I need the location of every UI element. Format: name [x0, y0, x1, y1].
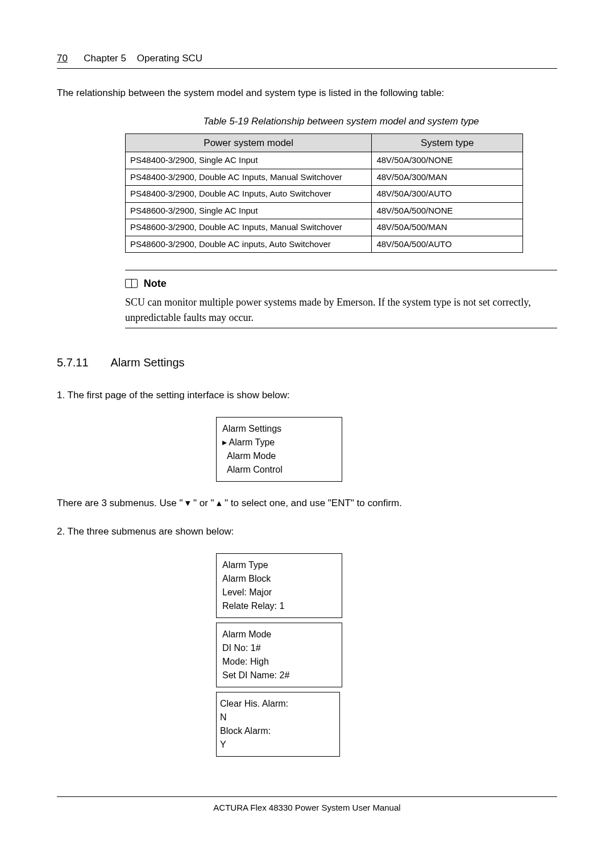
screen-line: Alarm Block [222, 572, 336, 586]
table-header-col2: System type [372, 133, 523, 152]
screen-line: Mode: High [222, 655, 336, 669]
step-2-text: 2. The three submenus are shown below: [57, 524, 557, 539]
table-row: PS48400-3/2900, Double AC Inputs, Manual… [126, 169, 523, 186]
screen-line: Y [220, 738, 334, 752]
screen-line: Block Alarm: [220, 724, 334, 738]
screen-line: Level: Major [222, 586, 336, 599]
page-footer: ACTURA Flex 48330 Power System User Manu… [57, 796, 557, 815]
step-1-text: 1. The first page of the setting interfa… [57, 388, 557, 403]
table-row: PS48600-3/2900, Single AC Input48V/50A/5… [126, 202, 523, 219]
screen-item: Alarm Control [222, 463, 336, 477]
book-icon [125, 279, 138, 288]
submenu-text: There are 3 submenus. Use " ▾ " or " ▴ "… [57, 496, 557, 511]
screen-line: Relate Relay: 1 [222, 599, 336, 613]
screen-title: Alarm Settings [222, 422, 336, 436]
screen-line: N [220, 711, 334, 724]
alarm-mode-screen: Alarm Mode DI No: 1# Mode: High Set DI N… [216, 623, 342, 687]
section-title: Alarm Settings [110, 356, 184, 369]
table-row: PS48400-3/2900, Double AC Inputs, Auto S… [126, 186, 523, 203]
table-header-col1: Power system model [126, 133, 372, 152]
note-label: Note [144, 278, 167, 289]
screen-line: Clear His. Alarm: [220, 697, 334, 711]
alarm-control-screen: Clear His. Alarm: N Block Alarm: Y [216, 692, 340, 757]
table-row: PS48400-3/2900, Single AC Input48V/50A/3… [126, 152, 523, 169]
intro-text: The relationship between the system mode… [57, 86, 557, 101]
section-number: 5.7.11 [57, 354, 108, 371]
system-type-table: Power system model System type PS48400-3… [125, 133, 523, 253]
page-header: 70 Chapter 5 Operating SCU [57, 51, 557, 69]
chapter-label: Chapter 5 [84, 53, 126, 64]
screen-line: DI No: 1# [222, 641, 336, 655]
screen-line: Alarm Mode [222, 628, 336, 641]
table-caption: Table 5-19 Relationship between system m… [125, 114, 557, 129]
page-number: 70 [57, 53, 68, 64]
alarm-type-screen: Alarm Type Alarm Block Level: Major Rela… [216, 553, 342, 618]
table-row: PS48600-3/2900, Double AC Inputs, Manual… [126, 219, 523, 236]
note-body: SCU can monitor multiple power systems m… [125, 295, 557, 328]
screen-line: Set DI Name: 2# [222, 669, 336, 682]
screen-item: ▸ Alarm Type [222, 436, 336, 449]
alarm-settings-screen: Alarm Settings ▸ Alarm Type Alarm Mode A… [216, 417, 342, 482]
chapter-title: Operating SCU [137, 53, 202, 64]
screen-line: Alarm Type [222, 558, 336, 572]
screen-item: Alarm Mode [222, 449, 336, 463]
section-heading: 5.7.11 Alarm Settings [57, 354, 557, 371]
table-row: PS48600-3/2900, Double AC inputs, Auto S… [126, 236, 523, 253]
